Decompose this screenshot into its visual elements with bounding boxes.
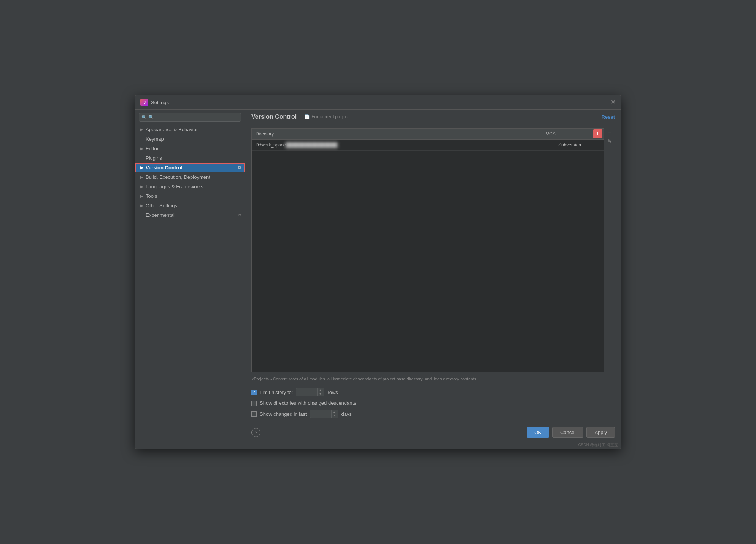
show-changed-dirs-row: Show directories with changed descendant… [251,400,615,406]
main-content: 🔍 ▶ Appearance & Behavior Keymap ▶ Edito… [135,110,621,449]
sidebar-item-label: Keymap [146,136,164,142]
sidebar-item-label: Appearance & Behavior [146,127,198,132]
expand-arrow: ▶ [140,204,143,208]
col-vcs-header: VCS [542,129,592,138]
sidebar-item-label: Plugins [146,155,162,161]
reset-button[interactable]: Reset [602,114,615,120]
table-row[interactable]: D:\work_space████████████████ Subversion [252,140,604,151]
info-text: <Project> - Content roots of all modules… [251,372,615,385]
close-button[interactable]: ✕ [611,99,616,105]
spinner-buttons-2: ▲ ▼ [331,410,337,418]
sidebar-item-tools[interactable]: ▶ Tools [135,191,245,201]
table-cell-directory: D:\work_space████████████████ [252,141,554,149]
sidebar-item-experimental[interactable]: Experimental ⧉ [135,210,245,220]
sidebar-item-label: Version Control [146,165,183,170]
apply-button[interactable]: Apply [586,427,615,438]
spinner-down[interactable]: ▼ [318,392,323,396]
edit-vcs-button[interactable]: ✎ [606,137,613,145]
table-side-buttons: − ✎ [604,128,615,146]
watermark: CSDN @临时工-冯宝宝 [245,442,621,449]
table-main: Directory VCS + D:\work_space███████████… [251,128,604,372]
sidebar-item-label: Experimental [146,212,175,218]
sidebar-item-appearance-behavior[interactable]: ▶ Appearance & Behavior [135,125,245,134]
expand-arrow: ▶ [140,194,143,198]
cancel-button[interactable]: Cancel [552,427,583,438]
sidebar-item-languages-frameworks[interactable]: ▶ Languages & Frameworks [135,182,245,191]
col-directory-header: Directory [252,129,542,138]
expand-arrow: ▶ [140,146,143,151]
sidebar: 🔍 ▶ Appearance & Behavior Keymap ▶ Edito… [135,110,245,449]
sidebar-item-editor[interactable]: ▶ Editor [135,144,245,153]
sidebar-item-label: Build, Execution, Deployment [146,174,210,180]
limit-history-checkbox[interactable] [251,390,257,395]
for-current-project: 📄 For current project [304,114,349,119]
show-changed-in-last-input[interactable]: 31 [310,410,331,417]
spinner-up-2[interactable]: ▲ [332,410,337,414]
sidebar-item-version-control[interactable]: ▶ Version Control ⧉ [135,163,245,172]
table-with-side: Directory VCS + D:\work_space███████████… [251,128,615,372]
table-header-actions: + [592,129,604,139]
limit-history-spinner[interactable]: 1,000 ▲ ▼ [296,388,324,396]
app-icon: IJ [140,99,148,106]
limit-history-label: Limit history to: [260,390,293,395]
sidebar-item-other-settings[interactable]: ▶ Other Settings [135,201,245,210]
expand-arrow: ▶ [140,175,143,179]
sidebar-item-label: Languages & Frameworks [146,184,203,189]
show-changed-dirs-checkbox[interactable] [251,401,257,406]
bottom-bar: ? OK Cancel Apply [245,423,621,442]
search-box: 🔍 [139,113,241,122]
table-header: Directory VCS + [251,128,604,139]
sidebar-item-build-execution-deployment[interactable]: ▶ Build, Execution, Deployment [135,172,245,182]
add-vcs-button[interactable]: + [593,129,602,138]
help-button[interactable]: ? [251,428,260,437]
dialog-title: Settings [151,100,169,105]
copy-icon: ⧉ [238,165,241,170]
settings-controls: Limit history to: 1,000 ▲ ▼ rows [251,385,615,423]
spinner-down-2[interactable]: ▼ [332,414,337,418]
spinner-buttons: ▲ ▼ [317,388,323,396]
show-changed-in-last-checkbox[interactable] [251,411,257,417]
sidebar-item-label: Tools [146,193,157,199]
limit-history-row: Limit history to: 1,000 ▲ ▼ rows [251,388,615,396]
title-bar: IJ Settings ✕ [135,95,621,110]
vcs-table: Directory VCS + D:\work_space███████████… [251,128,615,372]
table-cell-vcs: Subversion [554,141,604,149]
show-changed-in-last-label: Show changed in last [260,411,307,417]
show-changed-in-last-suffix: days [341,411,352,417]
expand-arrow: ▶ [140,165,143,170]
search-input[interactable] [139,113,241,122]
remove-vcs-button[interactable]: − [606,129,613,137]
sidebar-item-label: Other Settings [146,203,177,208]
copy-icon: ⧉ [238,213,241,218]
project-icon: 📄 [304,114,310,119]
show-changed-in-last-row: Show changed in last 31 ▲ ▼ days [251,410,615,418]
ok-button[interactable]: OK [527,427,549,438]
sidebar-item-label: Editor [146,146,159,151]
table-area: Directory VCS + D:\work_space███████████… [245,124,621,423]
limit-history-suffix: rows [327,390,338,395]
expand-arrow: ▶ [140,127,143,132]
expand-arrow: ▶ [140,185,143,189]
limit-history-input[interactable]: 1,000 [296,389,317,396]
table-body: D:\work_space████████████████ Subversion [251,139,604,372]
settings-dialog: IJ Settings ✕ 🔍 ▶ Appearance & Behavior … [135,95,621,449]
right-panel: Version Control 📄 For current project Re… [245,110,621,449]
panel-title: Version Control [251,113,297,120]
bottom-actions: OK Cancel Apply [527,427,615,438]
show-changed-dirs-label: Show directories with changed descendant… [260,400,356,406]
sidebar-item-plugins[interactable]: Plugins [135,153,245,163]
spinner-up[interactable]: ▲ [318,388,323,392]
sidebar-item-keymap[interactable]: Keymap [135,134,245,144]
panel-header: Version Control 📄 For current project Re… [245,110,621,124]
search-icon: 🔍 [141,115,147,120]
show-changed-in-last-spinner[interactable]: 31 ▲ ▼ [310,410,338,418]
